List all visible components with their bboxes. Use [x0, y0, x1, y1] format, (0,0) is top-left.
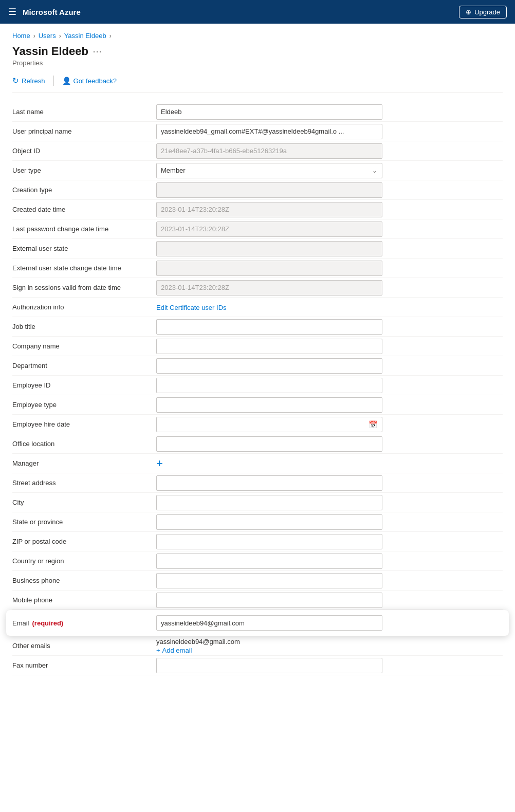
feedback-icon: 👤 [62, 77, 71, 85]
field-employee-type: Employee type [12, 395, 503, 415]
field-last-name: Last name [12, 102, 503, 122]
input-job-title[interactable] [156, 319, 382, 335]
breadcrumb-sep-1: › [33, 32, 35, 40]
field-created-date: Created date time [12, 200, 503, 219]
input-country[interactable] [156, 553, 382, 569]
field-office-location: Office location [12, 434, 503, 454]
field-ext-state: External user state [12, 239, 503, 259]
upgrade-icon: ⊕ [466, 8, 471, 16]
field-job-title: Job title [12, 317, 503, 337]
page-title-row: Yassin Eldeeb ⋯ [12, 45, 503, 58]
required-badge: (required) [32, 619, 64, 627]
breadcrumb-sep-2: › [59, 32, 61, 40]
label-employee-type: Employee type [12, 398, 156, 412]
input-last-name[interactable] [156, 104, 382, 120]
field-department: Department [12, 356, 503, 376]
field-auth-info: Authorization info Edit Certificate user… [12, 298, 503, 317]
label-state: State or province [12, 515, 156, 529]
field-fax: Fax number [12, 656, 503, 675]
label-employee-id: Employee ID [12, 378, 156, 392]
field-ext-state-change: External user state change date time [12, 259, 503, 278]
content-area: Home › Users › Yassin Eldeeb › Yassin El… [0, 24, 515, 812]
input-object-id [156, 143, 382, 159]
feedback-button[interactable]: 👤 Got feedback? [62, 75, 117, 87]
label-created-date: Created date time [12, 202, 156, 216]
label-object-id: Object ID [12, 144, 156, 158]
input-company-name[interactable] [156, 339, 382, 354]
label-hire-date: Employee hire date [12, 417, 156, 431]
field-user-type: User type Member Guest ⌄ [12, 161, 503, 180]
input-upn[interactable] [156, 124, 382, 139]
label-manager: Manager [12, 456, 156, 470]
label-country: Country or region [12, 554, 156, 568]
label-mobile-phone: Mobile phone [12, 593, 156, 607]
upgrade-button[interactable]: ⊕ Upgrade [459, 6, 507, 19]
breadcrumb-sep-3: › [109, 32, 112, 40]
select-user-type[interactable]: Member Guest [156, 163, 382, 178]
breadcrumb-users[interactable]: Users [39, 32, 56, 40]
refresh-button[interactable]: ↻ Refresh [12, 74, 45, 87]
page-title: Yassin Eldeeb [12, 45, 88, 58]
input-business-phone[interactable] [156, 573, 382, 588]
field-employee-id: Employee ID [12, 376, 503, 395]
edit-cert-ids-link[interactable]: Edit Certificate user IDs [156, 304, 227, 311]
page-subtitle: Properties [12, 59, 503, 67]
field-manager: Manager + [12, 454, 503, 473]
label-business-phone: Business phone [12, 574, 156, 587]
input-street[interactable] [156, 475, 382, 491]
label-creation-type: Creation type [12, 183, 156, 197]
input-mobile-phone[interactable] [156, 593, 382, 608]
field-upn: User principal name [12, 122, 503, 141]
input-creation-type [156, 182, 382, 198]
add-email-button[interactable]: + Add email [156, 647, 192, 654]
other-emails-value: yassineldeeb94@gmail.com [156, 638, 240, 645]
app-title: Microsoft Azure [23, 8, 453, 16]
label-auth-info: Authorization info [12, 300, 156, 314]
input-pwd-change [156, 222, 382, 237]
input-hire-date[interactable] [156, 417, 382, 432]
more-options-icon[interactable]: ⋯ [93, 46, 102, 57]
properties-form: Last name User principal name Object ID … [12, 102, 503, 675]
label-job-title: Job title [12, 320, 156, 334]
breadcrumb: Home › Users › Yassin Eldeeb › [12, 32, 503, 40]
label-street: Street address [12, 476, 156, 490]
label-pwd-change: Last password change date time [12, 222, 156, 236]
label-signin-sessions: Sign in sessions valid from date time [12, 281, 156, 294]
menu-icon[interactable]: ☰ [8, 6, 16, 17]
field-other-emails: Other emails yassineldeeb94@gmail.com + … [12, 636, 503, 656]
input-office-location[interactable] [156, 436, 382, 452]
field-pwd-change: Last password change date time [12, 219, 503, 239]
field-object-id: Object ID [12, 141, 503, 161]
label-upn: User principal name [12, 124, 156, 138]
refresh-icon: ↻ [12, 76, 19, 85]
label-company-name: Company name [12, 339, 156, 353]
field-business-phone: Business phone [12, 571, 503, 590]
input-ext-state-change [156, 261, 382, 276]
input-email[interactable] [156, 615, 382, 631]
field-state: State or province [12, 512, 503, 532]
field-email: Email (required) [6, 610, 509, 636]
label-department: Department [12, 359, 156, 373]
field-city: City [12, 493, 503, 512]
toolbar-divider [53, 76, 54, 86]
input-fax[interactable] [156, 658, 382, 673]
breadcrumb-user[interactable]: Yassin Eldeeb [64, 32, 106, 40]
input-department[interactable] [156, 358, 382, 374]
input-employee-id[interactable] [156, 378, 382, 393]
plus-icon: + [156, 647, 160, 654]
input-employee-type[interactable] [156, 397, 382, 413]
toolbar: ↻ Refresh 👤 Got feedback? [12, 74, 503, 93]
label-last-name: Last name [12, 105, 156, 119]
label-user-type: User type [12, 163, 156, 177]
field-creation-type: Creation type [12, 180, 503, 200]
label-ext-state-change: External user state change date time [12, 261, 156, 275]
field-signin-sessions: Sign in sessions valid from date time [12, 278, 503, 298]
input-state[interactable] [156, 514, 382, 530]
breadcrumb-home[interactable]: Home [12, 32, 30, 40]
field-mobile-phone: Mobile phone [12, 590, 503, 610]
input-city[interactable] [156, 495, 382, 510]
field-company-name: Company name [12, 337, 503, 356]
add-manager-button[interactable]: + [156, 458, 163, 469]
label-other-emails: Other emails [12, 639, 156, 653]
input-zip[interactable] [156, 534, 382, 549]
